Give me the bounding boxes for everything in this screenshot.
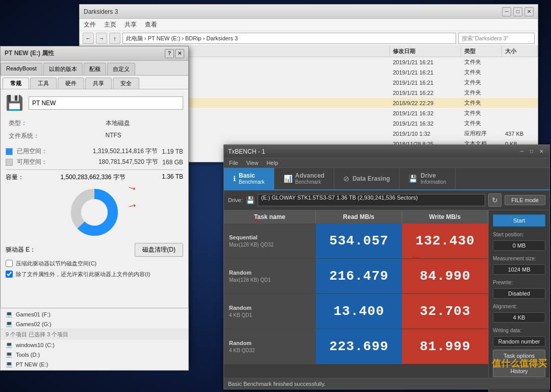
dp-close[interactable]: ✕ bbox=[175, 49, 184, 58]
refresh-button[interactable]: ↻ bbox=[488, 193, 502, 207]
tab-tools[interactable]: 工具 bbox=[30, 78, 57, 89]
start-position-label: Start position: bbox=[493, 232, 545, 237]
alignment-label: Alignment: bbox=[493, 304, 545, 309]
file-type-cell: 文件夹 bbox=[461, 108, 502, 118]
drive-properties-title: PT NEW (E:) 属性 bbox=[5, 49, 165, 58]
menu-home[interactable]: 主页 bbox=[104, 20, 116, 29]
result-row: Random Max(128 KB) QD1 216.479 84.990 bbox=[224, 259, 488, 294]
txb-menu-file[interactable]: File bbox=[229, 160, 238, 166]
up-button[interactable]: ↑ bbox=[109, 33, 120, 44]
tab-readyboost[interactable]: ReadyBoost bbox=[1, 63, 42, 75]
drive-icon-row: 💾 bbox=[6, 94, 183, 111]
checkbox2-row: 除了文件属性外，还允许索引此驱动器上文件的内容(I) bbox=[6, 271, 183, 278]
minimize-button[interactable]: ─ bbox=[502, 7, 511, 16]
free-space-size: 168 GB bbox=[162, 159, 183, 166]
dp-minimize[interactable]: ? bbox=[165, 49, 174, 58]
txbench-tabs: ℹ Basic Benchmark 📊 Advanced Benchmark ⊘… bbox=[224, 168, 549, 190]
col-write: Write MB/s bbox=[402, 210, 488, 224]
ptnew-label: PT NEW (E:) bbox=[16, 361, 48, 368]
file-type-cell: 文件夹 bbox=[461, 88, 502, 97]
txb-menu-view[interactable]: View bbox=[246, 160, 259, 166]
file-type-cell: 文件夹 bbox=[461, 118, 502, 128]
tab-data-erasing[interactable]: ⊘ Data Erasing bbox=[334, 168, 399, 189]
tab-customize[interactable]: 自定义 bbox=[107, 63, 135, 75]
nav-games01[interactable]: 💻 Games01 (F:) bbox=[1, 309, 188, 319]
task-sub: Max(128 KB) QD32 bbox=[229, 241, 311, 249]
address-bar[interactable]: 此电脑 › PT NEW (E:) › BDRip › Darksiders 3 bbox=[122, 33, 456, 44]
file-size-cell bbox=[502, 108, 538, 118]
task-cell: Random 4 KB QD1 bbox=[224, 294, 316, 329]
menu-file[interactable]: 文件 bbox=[84, 20, 96, 29]
start-position-value: 0 MB bbox=[493, 240, 545, 251]
nav-ptnew[interactable]: 💻 PT NEW (E:) bbox=[1, 359, 188, 369]
maximize-button[interactable]: □ bbox=[513, 7, 522, 16]
task-cell: Random Max(128 KB) QD1 bbox=[224, 259, 316, 293]
donut-chart bbox=[69, 187, 120, 238]
capacity-size: 1.36 TB bbox=[162, 173, 183, 182]
drive-properties-tabs-row2: 常规 工具 硬件 共享 安全 bbox=[1, 76, 188, 89]
writing-data-label: Writing data: bbox=[493, 328, 545, 333]
prewrite-label: Prewrite: bbox=[493, 280, 545, 285]
tools-icon: 💻 bbox=[6, 351, 13, 358]
disk-cleanup-button[interactable]: 磁盘清理(D) bbox=[135, 243, 183, 257]
measurement-size-value: 1024 MB bbox=[493, 264, 545, 275]
txbench-window: TxBENCH - 1 ─ □ ✕ File View Help ℹ Basic… bbox=[223, 144, 550, 389]
capacity-label: 容量： bbox=[6, 173, 24, 182]
tab-security[interactable]: 安全 bbox=[113, 78, 139, 89]
task-sub: 4 KB QD1 bbox=[229, 312, 311, 319]
tab-general[interactable]: 常规 bbox=[3, 78, 29, 89]
txb-maximize[interactable]: □ bbox=[528, 148, 536, 156]
compress-checkbox[interactable] bbox=[6, 260, 13, 267]
txb-minimize[interactable]: ─ bbox=[518, 148, 526, 156]
txb-close[interactable]: ✕ bbox=[537, 148, 545, 156]
back-button[interactable]: ← bbox=[83, 33, 94, 44]
results-header: Task name Read MB/s Write MB/s bbox=[224, 210, 488, 224]
checkbox1-row: 压缩此驱动器以节约磁盘空间(C) bbox=[6, 260, 183, 267]
measurement-size-label: Measurement size: bbox=[493, 256, 545, 261]
watermark: 值什么值得买 bbox=[492, 357, 547, 370]
tab-drive-information[interactable]: 💾 Drive Information bbox=[399, 168, 456, 189]
task-name: Sequential bbox=[229, 234, 311, 241]
free-color-swatch bbox=[6, 159, 13, 166]
index-checkbox[interactable] bbox=[6, 271, 13, 278]
result-row: Random 4 KB QD32 223.699 81.999 bbox=[224, 329, 488, 364]
menu-view[interactable]: 查看 bbox=[145, 20, 157, 29]
drive-properties-titlebar: PT NEW (E:) 属性 ? ✕ bbox=[1, 46, 188, 61]
col-size: 大小 bbox=[502, 46, 538, 57]
task-sub: 4 KB QD32 bbox=[229, 347, 311, 354]
alignment-value: 4 KB bbox=[493, 312, 545, 323]
used-color-swatch bbox=[6, 148, 13, 155]
file-size-cell bbox=[502, 98, 538, 108]
file-mode-button[interactable]: FILE mode bbox=[505, 195, 545, 205]
file-date-cell: 2019/1/10 1:32 bbox=[390, 129, 461, 138]
search-bar[interactable]: 搜索"Darksiders 3" bbox=[458, 33, 535, 44]
drive-icon-sm: 💾 bbox=[246, 196, 255, 204]
free-space-bytes: 180,781,547,520 字节 bbox=[98, 158, 158, 166]
games01-label: Games01 (F:) bbox=[16, 311, 51, 317]
nav-games02[interactable]: 💻 Games02 (G:) bbox=[1, 319, 188, 329]
tab-hardware[interactable]: 硬件 bbox=[58, 78, 84, 89]
tab-previous-versions[interactable]: 以前的版本 bbox=[43, 63, 83, 75]
close-button[interactable]: ✕ bbox=[524, 7, 534, 16]
basic-benchmark-label: Basic Benchmark bbox=[239, 172, 265, 185]
tab-basic-benchmark[interactable]: ℹ Basic Benchmark bbox=[224, 168, 274, 189]
donut-container bbox=[6, 187, 183, 238]
forward-button[interactable]: → bbox=[96, 33, 107, 44]
start-button[interactable]: Start bbox=[493, 214, 545, 227]
drive-properties-controls: ? ✕ bbox=[165, 49, 184, 58]
file-date-cell: 2019/1/21 16:32 bbox=[390, 118, 461, 128]
capacity-bytes: 1,500,283,662,336 字节 bbox=[60, 173, 125, 182]
nav-windows10[interactable]: 💻 windows10 (C:) bbox=[1, 340, 188, 350]
tab-quota[interactable]: 配额 bbox=[84, 63, 106, 75]
ptnew-icon: 💻 bbox=[6, 361, 13, 368]
menu-share[interactable]: 共享 bbox=[124, 20, 137, 29]
txb-menu-help[interactable]: Help bbox=[266, 160, 278, 166]
compress-label: 压缩此驱动器以节约磁盘空间(C) bbox=[16, 260, 96, 267]
drive-name-input[interactable] bbox=[29, 96, 183, 110]
file-type-cell: 文件夹 bbox=[461, 78, 502, 87]
drive-selector[interactable]: (E:) GLOWAY STK1.5TS3-S7 1.36 TB (2,930,… bbox=[258, 194, 485, 206]
used-space-row: 已用空间： 1,319,502,114,816 字节 1.19 TB bbox=[6, 147, 183, 156]
nav-tools[interactable]: 💻 Tools (D:) bbox=[1, 350, 188, 359]
tab-advanced-benchmark[interactable]: 📊 Advanced Benchmark bbox=[274, 168, 334, 189]
tab-sharing[interactable]: 共享 bbox=[85, 78, 112, 89]
